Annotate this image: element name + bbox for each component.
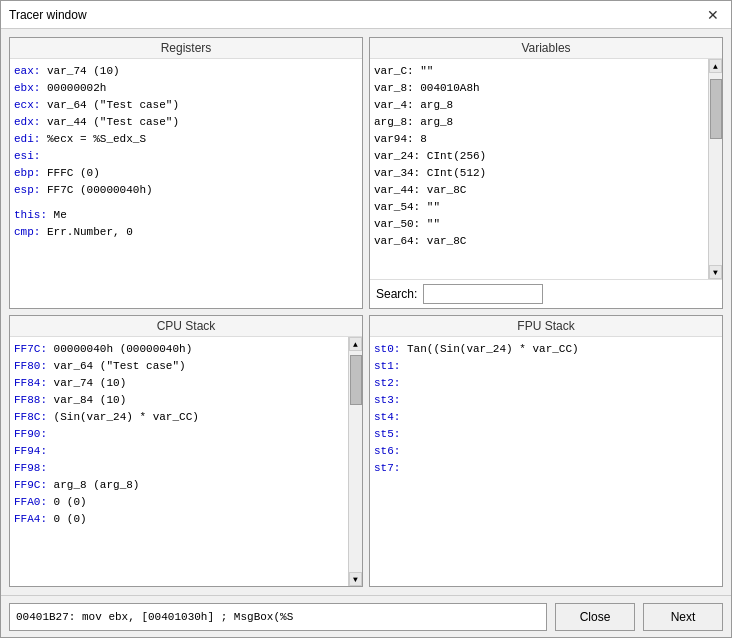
close-icon[interactable]: ✕ [703,5,723,25]
reg-line-5: edi: %ecx = %S_edx_S [14,131,358,148]
variables-content: var_C: "" var_8: 004010A8h var_4: arg_8 … [370,59,722,279]
cpu-stack-title: CPU Stack [10,316,362,337]
cpu-line-3: FF84: var_74 (10) [14,375,342,392]
top-panels: Registers eax: var_74 (10) ebx: 00000002… [9,37,723,309]
search-label: Search: [376,287,417,301]
fpu-line-7: st6: [374,443,718,460]
scroll-down-arrow[interactable]: ▼ [709,265,722,279]
fpu-line-6: st5: [374,426,718,443]
cpu-line-7: FF94: [14,443,342,460]
main-content: Registers eax: var_74 (10) ebx: 00000002… [1,29,731,595]
cpu-stack-scrollbar[interactable]: ▲ ▼ [348,337,362,586]
var-line-6: var_24: CInt(256) [374,148,706,165]
cpu-line-9: FF9C: arg_8 (arg_8) [14,477,342,494]
cpu-line-5: FF8C: (Sin(var_24) * var_CC) [14,409,342,426]
fpu-stack-title: FPU Stack [370,316,722,337]
cpu-line-4: FF88: var_84 (10) [14,392,342,409]
reg-line-2: ebx: 00000002h [14,80,358,97]
var-line-10: var_50: "" [374,216,706,233]
reg-line-3: ecx: var_64 ("Test case") [14,97,358,114]
var-line-8: var_44: var_8C [374,182,706,199]
fpu-line-2: st1: [374,358,718,375]
var-line-1: var_C: "" [374,63,706,80]
fpu-line-8: st7: [374,460,718,477]
status-text: 00401B27: mov ebx, [00401030h] ; MsgBox(… [9,603,547,631]
window-title: Tracer window [9,8,87,22]
cpu-line-8: FF98: [14,460,342,477]
fpu-line-1: st0: Tan((Sin(var_24) * var_CC) [374,341,718,358]
reg-line-4: edx: var_44 ("Test case") [14,114,358,131]
fpu-line-3: st2: [374,375,718,392]
cpu-scroll-up-arrow[interactable]: ▲ [349,337,362,351]
cpu-line-6: FF90: [14,426,342,443]
var-line-3: var_4: arg_8 [374,97,706,114]
fpu-line-4: st3: [374,392,718,409]
registers-panel: Registers eax: var_74 (10) ebx: 00000002… [9,37,363,309]
search-row: Search: [370,279,722,308]
bottom-bar: 00401B27: mov ebx, [00401030h] ; MsgBox(… [1,595,731,637]
cpu-line-1: FF7C: 00000040h (00000040h) [14,341,342,358]
cpu-line-2: FF80: var_64 ("Test case") [14,358,342,375]
tracer-window: Tracer window ✕ Registers eax: var_74 (1… [0,0,732,638]
reg-line-6: esi: [14,148,358,165]
variables-scrollbar[interactable]: ▲ ▼ [708,59,722,279]
var-line-11: var_64: var_8C [374,233,706,250]
variables-lines: var_C: "" var_8: 004010A8h var_4: arg_8 … [374,63,706,275]
close-button[interactable]: Close [555,603,635,631]
cpu-line-11: FFA4: 0 (0) [14,511,342,528]
cpu-stack-panel: CPU Stack FF7C: 00000040h (00000040h) FF… [9,315,363,587]
scroll-up-arrow[interactable]: ▲ [709,59,722,73]
fpu-stack-content: st0: Tan((Sin(var_24) * var_CC) st1: st2… [370,337,722,586]
cpu-stack-content: FF7C: 00000040h (00000040h) FF80: var_64… [10,337,362,586]
bottom-panels: CPU Stack FF7C: 00000040h (00000040h) FF… [9,315,723,587]
reg-line-9: this: Me [14,207,358,224]
var-line-2: var_8: 004010A8h [374,80,706,97]
cpu-line-10: FFA0: 0 (0) [14,494,342,511]
cpu-scroll-down-arrow[interactable]: ▼ [349,572,362,586]
title-bar: Tracer window ✕ [1,1,731,29]
reg-line-8: esp: FF7C (00000040h) [14,182,358,199]
var-line-9: var_54: "" [374,199,706,216]
var-line-7: var_34: CInt(512) [374,165,706,182]
fpu-line-5: st4: [374,409,718,426]
reg-line-1: eax: var_74 (10) [14,63,358,80]
scroll-thumb[interactable] [710,79,722,139]
registers-content: eax: var_74 (10) ebx: 00000002h ecx: var… [10,59,362,308]
fpu-stack-panel: FPU Stack st0: Tan((Sin(var_24) * var_CC… [369,315,723,587]
variables-panel: Variables var_C: "" var_8: 004010A8h var… [369,37,723,309]
reg-line-7: ebp: FFFC (0) [14,165,358,182]
cpu-stack-lines: FF7C: 00000040h (00000040h) FF80: var_64… [14,341,358,582]
search-input[interactable] [423,284,543,304]
variables-title: Variables [370,38,722,59]
registers-title: Registers [10,38,362,59]
var-line-5: var94: 8 [374,131,706,148]
reg-line-10: cmp: Err.Number, 0 [14,224,358,241]
var-line-4: arg_8: arg_8 [374,114,706,131]
next-button[interactable]: Next [643,603,723,631]
cpu-scroll-thumb[interactable] [350,355,362,405]
